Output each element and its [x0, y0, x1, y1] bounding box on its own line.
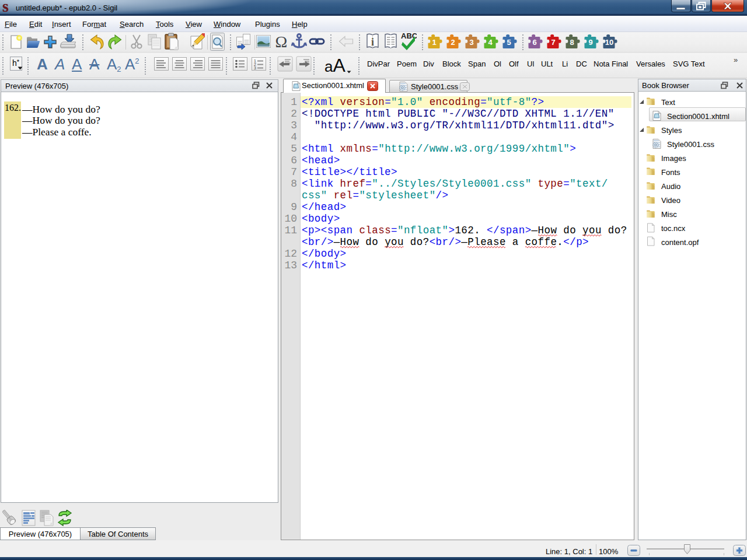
svg-text:5: 5: [507, 38, 511, 47]
svg-text:4: 4: [488, 38, 493, 47]
svg-text:10: 10: [605, 38, 613, 47]
svg-text:8: 8: [570, 38, 574, 47]
svg-text:i: i: [371, 36, 374, 48]
svg-text:6: 6: [532, 38, 536, 47]
svg-text:9: 9: [588, 38, 592, 47]
svg-text:7: 7: [551, 38, 555, 47]
svg-text:Ω: Ω: [275, 33, 288, 50]
svg-text:2: 2: [451, 38, 455, 47]
svg-text:1: 1: [432, 38, 436, 47]
svg-text:3: 3: [254, 66, 256, 70]
svg-text:3: 3: [469, 38, 473, 47]
